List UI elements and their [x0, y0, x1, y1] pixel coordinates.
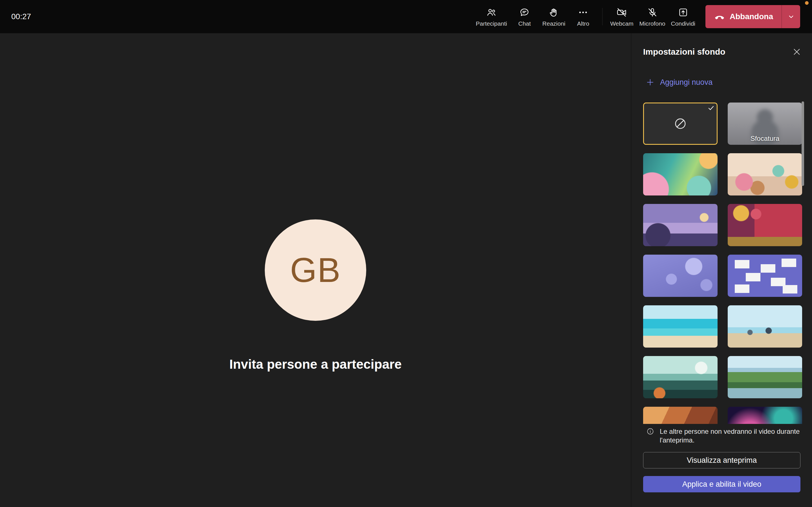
leave-options-button[interactable] [781, 5, 800, 28]
background-option-island-cliffs[interactable] [643, 356, 718, 398]
microphone-button[interactable]: Microfono [637, 6, 668, 27]
apply-button[interactable]: Applica e abilita il video [643, 476, 801, 492]
participants-button[interactable]: Partecipanti [473, 6, 510, 27]
background-option-tropical-beach[interactable] [643, 305, 718, 348]
no-background-icon [673, 117, 688, 131]
preview-note-text: Le altre persone non vedranno il video d… [660, 427, 801, 445]
preview-note: Le altre persone non vedranno il video d… [647, 427, 801, 445]
invite-text: Invita persone a partecipare [0, 356, 631, 372]
background-option-canyon[interactable] [643, 407, 718, 424]
background-option-green-valley[interactable] [728, 356, 802, 398]
info-icon [647, 428, 654, 445]
panel-header: Impostazioni sfondo [643, 45, 801, 59]
blur-label: Sfocatura [728, 135, 802, 143]
more-label: Altro [577, 20, 589, 27]
plus-icon [646, 78, 654, 87]
microphone-off-icon [647, 6, 658, 18]
hang-up-icon [714, 11, 725, 22]
background-option-purple-soft-orbs[interactable] [643, 255, 718, 297]
reactions-button[interactable]: Reazioni [539, 6, 568, 27]
background-option-red-bookshelf[interactable] [728, 204, 802, 246]
selected-check-icon [707, 104, 715, 112]
avatar-initials: GB [290, 250, 341, 290]
background-option-birthday-party[interactable] [728, 153, 802, 195]
background-option-abstract-waves[interactable] [643, 153, 718, 195]
chevron-down-icon [787, 12, 795, 21]
background-settings-panel: Impostazioni sfondo Aggiungi nuova [631, 33, 812, 507]
chat-button[interactable]: Chat [510, 6, 539, 27]
close-icon[interactable] [792, 47, 801, 56]
webcam-off-icon [616, 6, 627, 18]
webcam-label: Webcam [610, 20, 633, 27]
notification-dot [805, 1, 809, 5]
panel-title: Impostazioni sfondo [643, 47, 725, 57]
toolbar-buttons: Partecipanti Chat Reazioni [473, 0, 801, 33]
background-option-sticky-notes-wall[interactable] [728, 255, 802, 297]
blurred-person-silhouette [757, 109, 773, 126]
panel-scrollbar[interactable] [802, 101, 804, 186]
preview-button[interactable]: Visualizza anteprima [643, 452, 801, 468]
reactions-label: Reazioni [543, 20, 566, 27]
reactions-hand-icon [548, 6, 559, 18]
share-icon [678, 6, 689, 18]
share-button[interactable]: Condividi [668, 6, 698, 27]
leave-button[interactable]: Abbandona [705, 5, 781, 28]
avatar: GB [265, 219, 366, 321]
background-option-blur[interactable]: Sfocatura [728, 103, 802, 145]
add-new-background-button[interactable]: Aggiungi nuova [646, 75, 712, 89]
leave-label: Abbandona [730, 12, 773, 21]
toolbar-divider [602, 8, 603, 25]
chat-icon [519, 6, 530, 18]
more-dots-icon [578, 6, 589, 18]
meeting-stage: GB Invita persone a partecipare [0, 33, 631, 507]
participants-label: Partecipanti [476, 20, 507, 27]
people-icon [486, 6, 497, 18]
add-new-label: Aggiungi nuova [660, 78, 712, 87]
microphone-label: Microfono [639, 20, 665, 27]
leave-split-button: Abbandona [705, 5, 800, 28]
more-button[interactable]: Altro [568, 6, 598, 27]
background-thumbnails-grid: Sfocatura [643, 103, 802, 424]
background-option-galaxy[interactable] [728, 407, 802, 424]
meeting-toolbar: 00:27 Partecipanti Chat [0, 0, 812, 33]
webcam-button[interactable]: Webcam [607, 6, 637, 27]
background-option-none[interactable] [643, 103, 718, 145]
chat-label: Chat [518, 20, 530, 27]
background-option-beach-with-people[interactable] [728, 305, 802, 348]
background-option-living-room[interactable] [643, 204, 718, 246]
meeting-timer: 00:27 [11, 0, 31, 33]
share-label: Condividi [671, 20, 695, 27]
